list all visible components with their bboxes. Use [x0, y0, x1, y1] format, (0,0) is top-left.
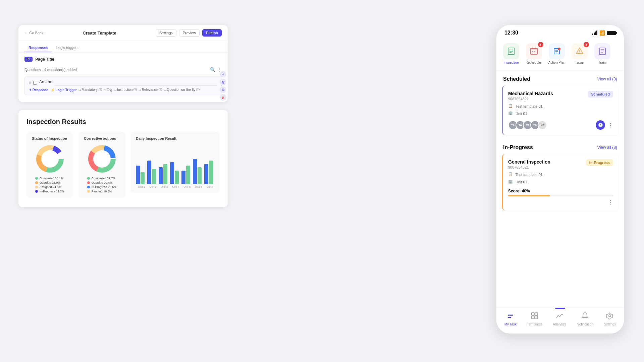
- x-label-2: Unit 2: [149, 185, 157, 188]
- bar-group-6: [193, 159, 202, 184]
- publish-button[interactable]: Publish: [202, 29, 222, 37]
- svg-rect-37: [535, 316, 538, 319]
- inprogress-card-actions: ⋮: [508, 199, 613, 205]
- status-legend: Completed 30.1% Overdue 25.9% Assigned 2…: [35, 177, 65, 193]
- active-indicator: [555, 308, 565, 309]
- svg-point-26: [579, 53, 580, 53]
- training-icon: [598, 47, 607, 56]
- back-link[interactable]: ← Go Back: [24, 31, 43, 35]
- settings-button[interactable]: Settings: [156, 29, 176, 37]
- legend-corr-completed: Completed 31.7%: [92, 177, 116, 180]
- mytask-label: My Task: [504, 322, 517, 326]
- nav-schedule[interactable]: 6 Schedule: [523, 41, 545, 66]
- score-value: 40%: [522, 189, 530, 193]
- more-options-btn[interactable]: ⋮: [608, 122, 613, 128]
- legend-assigned: Assigned 24.8%: [40, 185, 61, 189]
- duplicate-icon[interactable]: ⧉: [220, 86, 226, 93]
- bottom-nav-notification[interactable]: Notification: [573, 310, 596, 328]
- tag-logic[interactable]: ⚡ Logic Trigger: [51, 87, 77, 92]
- scheduled-status-badge: Scheduled: [588, 91, 613, 98]
- question-item-wrapper: ⠿ Are the ✦ Response ⚡ Logic Trigger □ M…: [24, 76, 222, 95]
- scheduled-section-header: Scheduled View all (3): [496, 71, 624, 85]
- add-icon[interactable]: +: [220, 71, 226, 78]
- svg-rect-18: [532, 51, 533, 52]
- nav-inspection-label: Inspection: [503, 61, 519, 64]
- tag-relevance: □ Relevance ⓘ: [139, 87, 162, 92]
- nav-issue[interactable]: 8 Issue: [569, 41, 590, 66]
- question-input[interactable]: [54, 80, 217, 85]
- link-icon[interactable]: ⛓: [220, 79, 226, 85]
- mobile-app: 12:30 📶: [496, 25, 624, 334]
- bottom-nav: My Task Templates Analytics: [496, 307, 624, 334]
- ct-title: Create Template: [83, 31, 116, 36]
- svg-rect-14: [531, 48, 537, 54]
- clock-icon: 🕐: [596, 120, 605, 130]
- bar-group-3: [159, 164, 167, 184]
- legend-overdue: Overdue 25.9%: [40, 181, 61, 184]
- inprogress-template-icon: 📋: [508, 172, 514, 177]
- inspection-icon-wrapper: [503, 43, 519, 59]
- delete-icon[interactable]: 🗑: [220, 94, 226, 101]
- legend-corr-pending: Pending 18.2%: [92, 190, 112, 193]
- x-label-7: Unit 7: [206, 185, 214, 188]
- status-time: 12:30: [504, 30, 518, 36]
- template-icon: 📋: [508, 104, 514, 109]
- bar-blue-6: [193, 159, 197, 184]
- bottom-nav-analytics[interactable]: Analytics: [549, 310, 570, 328]
- training-icon-box: [594, 43, 610, 59]
- scheduled-card-actions: 🕐 ⋮: [596, 120, 613, 130]
- scheduled-unit: Unit 01: [516, 112, 527, 116]
- corrective-donut-title: Corrective actions: [84, 136, 120, 140]
- x-label-3: Unit 3: [160, 185, 169, 188]
- inprogress-view-all[interactable]: View all (3): [597, 145, 617, 150]
- inprogress-section-header: In-Progress View all (3): [496, 139, 624, 154]
- x-label-5: Unit 5: [183, 185, 192, 188]
- scheduled-card-title: Mechanical Hazards: [508, 91, 553, 96]
- status-bar: 12:30 📶: [496, 25, 624, 39]
- svg-rect-34: [532, 313, 534, 315]
- bar-group-2: [147, 161, 156, 184]
- signal-bar-1: [592, 34, 593, 35]
- inprogress-card: General Inspection 9087654321 In-Progres…: [502, 154, 619, 211]
- templates-icon: [531, 312, 538, 321]
- inprogress-more-btn[interactable]: ⋮: [608, 199, 613, 205]
- svg-point-9: [93, 150, 111, 168]
- status-donut-wrapper: Completed 30.1% Overdue 25.9% Assigned 2…: [32, 144, 68, 193]
- preview-button[interactable]: Preview: [179, 29, 200, 37]
- scheduled-template-row: 📋 Test template 01: [508, 104, 613, 109]
- scheduled-unit-row: 🏢 Unit 01: [508, 111, 613, 116]
- ir-title: Inspection Results: [26, 118, 220, 126]
- unit-icon: 🏢: [508, 111, 514, 116]
- bar-green-4: [175, 171, 179, 184]
- bottom-nav-mytask[interactable]: My Task: [501, 310, 520, 328]
- left-panels: ← Go Back Create Template Settings Previ…: [18, 25, 228, 207]
- tab-logic[interactable]: Logic triggers: [52, 44, 83, 52]
- bar-blue-1: [136, 166, 140, 184]
- question-checkbox[interactable]: [33, 81, 37, 85]
- tab-responses[interactable]: Responses: [24, 44, 52, 52]
- nav-action-plan[interactable]: 9 Action Plan: [546, 41, 568, 66]
- tag-response[interactable]: ✦ Response: [29, 87, 49, 92]
- bar-green-5: [186, 166, 190, 184]
- page-title-row: P1 Page Title: [24, 57, 222, 62]
- mytask-icon: [507, 312, 514, 321]
- drag-handle-icon: ⠿: [29, 81, 31, 85]
- bottom-nav-settings[interactable]: Settings: [600, 310, 619, 328]
- corrective-donut-chart: [87, 144, 117, 174]
- scheduled-title: Scheduled: [503, 76, 530, 82]
- score-bar-bg: [508, 195, 613, 196]
- nav-inspection[interactable]: Inspection: [500, 41, 522, 66]
- bar-green-6: [198, 167, 202, 184]
- inprogress-template-row: 📋 Test template 01: [508, 172, 613, 177]
- scheduled-view-all[interactable]: View all (3): [597, 77, 617, 81]
- ct-body: P1 Page Title Questions · 4 question(s) …: [18, 53, 228, 102]
- corrective-donut-section: Corrective actions Completed 31.7% Overd…: [78, 132, 125, 198]
- search-icon[interactable]: 🔍: [210, 67, 215, 72]
- bar-x-labels: Unit 1 Unit 2 Unit 3 Unit 4 Unit 5 Unit …: [136, 185, 214, 188]
- scheduled-card-top: Mechanical Hazards 9087654321 Scheduled: [508, 91, 613, 101]
- bottom-nav-templates[interactable]: Templates: [524, 310, 546, 328]
- inprogress-card-meta: 📋 Test template 01 🏢 Unit 01: [508, 172, 613, 185]
- nav-training[interactable]: Traini: [592, 41, 613, 66]
- x-label-4: Unit 4: [171, 185, 180, 188]
- scheduled-card: Mechanical Hazards 9087654321 Scheduled …: [502, 85, 619, 135]
